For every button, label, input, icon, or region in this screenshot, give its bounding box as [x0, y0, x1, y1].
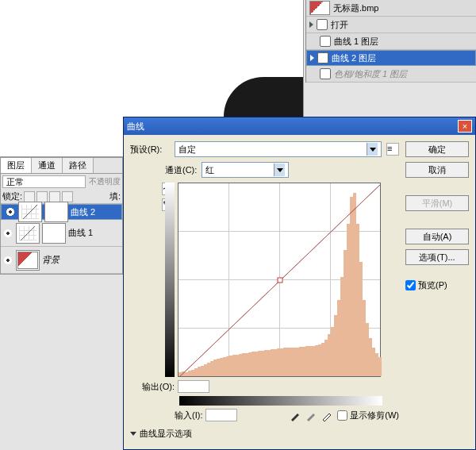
- close-button[interactable]: ×: [458, 120, 472, 133]
- dialog-titlebar[interactable]: 曲线 ×: [124, 117, 475, 135]
- layers-panel: 图层 通道 路径 正常 不透明度 锁定: 填: 曲线 2 曲线 1 背景: [0, 157, 123, 275]
- eyedropper-gray-icon[interactable]: [305, 409, 318, 421]
- layer-mask[interactable]: [42, 223, 66, 244]
- lock-pixels-icon[interactable]: [24, 191, 35, 202]
- layer-name: 曲线 2: [71, 206, 95, 218]
- file-item[interactable]: 无标题.bmp: [306, 0, 476, 17]
- visibility-icon[interactable]: [5, 206, 16, 217]
- layer-thumbnail: [16, 250, 40, 271]
- visibility-icon[interactable]: [2, 228, 13, 239]
- output-input[interactable]: [178, 380, 209, 393]
- eyedropper-white-icon[interactable]: [321, 409, 334, 421]
- panel-tabs: 图层 通道 路径: [1, 158, 122, 174]
- input-input[interactable]: [205, 409, 237, 421]
- fill-label: 填:: [109, 190, 121, 202]
- auto-button[interactable]: 自动(A): [405, 229, 469, 244]
- file-name: 无标题.bmp: [333, 2, 378, 14]
- show-clipping-checkbox[interactable]: 显示修剪(W): [337, 410, 399, 421]
- layer-name: 曲线 1: [68, 227, 93, 239]
- layer-item-background[interactable]: 背景: [1, 247, 122, 274]
- tab-channels[interactable]: 通道: [32, 158, 63, 173]
- layer-item[interactable]: 曲线 1: [1, 220, 122, 247]
- layer-thumbnail: [16, 223, 40, 244]
- file-label: 曲线 2 图层: [332, 52, 376, 64]
- page-icon: [320, 68, 331, 79]
- page-icon: [320, 36, 331, 47]
- opacity-label: 不透明度: [89, 176, 121, 187]
- file-thumbnail: [309, 1, 330, 15]
- page-icon: [317, 19, 328, 30]
- output-gradient: [165, 183, 175, 377]
- curves-dialog: 曲线 × 预设(R): 自定 ≡ 通道(C): 红 〜: [123, 117, 476, 450]
- output-label: 输出(O):: [130, 381, 175, 393]
- expand-icon: [310, 55, 314, 61]
- file-item-layer-disabled: 色相/饱和度 1 图层: [306, 66, 476, 83]
- preset-menu-icon[interactable]: ≡: [386, 143, 399, 156]
- visibility-icon[interactable]: [2, 255, 13, 266]
- preset-label: 预设(R):: [130, 144, 170, 156]
- layer-mask[interactable]: [44, 202, 68, 222]
- file-item-layer[interactable]: 曲线 1 图层: [306, 33, 476, 50]
- expand-icon: [309, 21, 313, 28]
- lock-brush-icon[interactable]: [36, 191, 48, 202]
- tab-layers[interactable]: 图层: [1, 158, 32, 173]
- lock-all-icon[interactable]: [62, 191, 73, 202]
- layer-name: 背景: [42, 254, 60, 266]
- file-item-open[interactable]: 打开: [306, 17, 476, 33]
- ok-button[interactable]: 确定: [405, 141, 469, 157]
- curve-display-options-toggle[interactable]: 曲线显示选项: [130, 428, 399, 440]
- dialog-title: 曲线: [127, 121, 144, 133]
- eyedropper-black-icon[interactable]: [290, 409, 302, 421]
- svg-rect-2: [278, 278, 282, 283]
- file-item-layer-selected[interactable]: 曲线 2 图层: [306, 50, 476, 66]
- file-label: 曲线 1 图层: [334, 36, 378, 48]
- preview-checkbox[interactable]: 预览(P): [405, 279, 469, 291]
- layer-item-selected[interactable]: 曲线 2: [1, 204, 122, 220]
- input-gradient: [179, 396, 382, 406]
- tab-paths[interactable]: 路径: [63, 158, 94, 173]
- smooth-button: 平滑(M): [405, 195, 469, 211]
- file-label: 打开: [331, 19, 348, 31]
- layer-thumbnail: [18, 202, 42, 222]
- page-icon: [317, 52, 328, 63]
- preset-select[interactable]: 自定: [175, 141, 382, 157]
- channel-label: 通道(C):: [165, 164, 197, 176]
- input-label: 输入(I):: [175, 410, 202, 421]
- file-label: 色相/饱和度 1 图层: [334, 68, 407, 80]
- dropdown-icon: [367, 143, 378, 156]
- curves-graph[interactable]: [178, 183, 381, 377]
- lock-label: 锁定:: [2, 190, 22, 202]
- blend-mode-select[interactable]: 正常: [2, 175, 86, 188]
- dropdown-icon: [274, 163, 285, 176]
- curve-line: [178, 183, 380, 376]
- file-browser-panel: 无标题.bmp 打开 曲线 1 图层 曲线 2 图层 色相/饱和度 1 图层: [305, 0, 476, 83]
- cancel-button[interactable]: 取消: [405, 162, 469, 178]
- options-button[interactable]: 选项(T)...: [405, 249, 469, 265]
- chevron-down-icon: [130, 432, 136, 436]
- lock-move-icon[interactable]: [49, 191, 60, 202]
- channel-select[interactable]: 红: [202, 162, 289, 178]
